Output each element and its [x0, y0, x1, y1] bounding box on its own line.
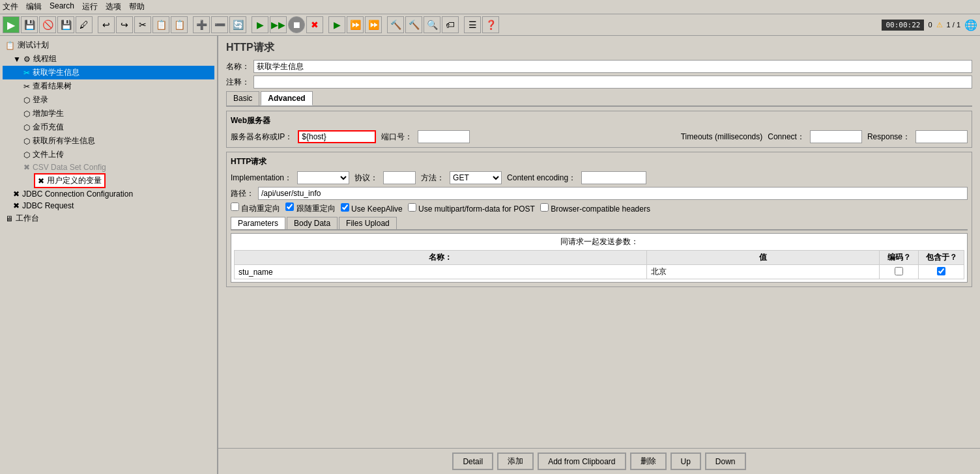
- tree-item-add-student[interactable]: ⬡ 增加学生: [3, 107, 214, 120]
- http-request-section: HTTP请求 Implementation： 协议： 方法： GET POST …: [226, 152, 972, 287]
- tree-icon-user-var: ✖: [38, 176, 44, 186]
- protocol-input[interactable]: [383, 171, 416, 184]
- toolbar-toggle[interactable]: 🔄: [229, 16, 246, 33]
- tree-item-test-plan[interactable]: 📋 测试计划: [3, 38, 214, 52]
- toolbar-list[interactable]: ☰: [464, 16, 481, 33]
- tree-item-thread-group[interactable]: ▼ ⚙ 线程组: [3, 52, 214, 66]
- method-select[interactable]: GET POST PUT DELETE: [450, 171, 502, 184]
- impl-select[interactable]: [297, 171, 349, 184]
- tree-item-view-results[interactable]: ✂ 查看结果树: [3, 79, 214, 93]
- tree-label-test-plan: 测试计划: [18, 40, 49, 51]
- encode-checkbox[interactable]: [895, 267, 903, 275]
- tree-icon-upload: ⬡: [23, 150, 30, 160]
- col-encode: 编码？: [880, 251, 919, 265]
- tree-item-workbench[interactable]: 🖥 工作台: [3, 212, 214, 225]
- btn-add-clipboard[interactable]: Add from Clipboard: [538, 453, 626, 470]
- tree-icon-coin: ⬡: [23, 123, 30, 132]
- cb-multipart[interactable]: Use multipart/form-data for POST: [408, 203, 535, 214]
- btn-delete[interactable]: 删除: [630, 453, 667, 470]
- page-info: 1 / 1: [947, 21, 960, 29]
- cb-follow-redirect[interactable]: 跟随重定向: [285, 202, 335, 214]
- params-area: 同请求一起发送参数： 名称： 值 编码？ 包含于？: [231, 233, 968, 283]
- tree-item-upload[interactable]: ⬡ 文件上传: [3, 148, 214, 161]
- cb-auto-redirect[interactable]: 自动重定向: [231, 202, 280, 214]
- comment-input[interactable]: [253, 76, 972, 89]
- web-server-row: 服务器名称或IP： 端口号： Timeouts (milliseconds) C…: [231, 130, 968, 143]
- timeouts-label: Timeouts (milliseconds): [681, 132, 763, 141]
- toolbar-run[interactable]: ▶: [328, 16, 345, 33]
- cb-keepalive[interactable]: Use KeepAlive: [341, 203, 403, 214]
- menu-options[interactable]: 选项: [106, 1, 121, 12]
- sub-tab-files-upload[interactable]: Files Upload: [339, 217, 397, 229]
- tree-item-all-students[interactable]: ⬡ 获取所有学生信息: [3, 134, 214, 148]
- toolbar-stop[interactable]: ⏹: [288, 16, 305, 33]
- col-name: 名称：: [235, 251, 647, 265]
- cb-browser-compat-input[interactable]: [540, 203, 549, 212]
- method-label: 方法：: [421, 173, 444, 184]
- toolbar-remote1[interactable]: ⏩: [347, 16, 364, 33]
- tree-icon-test-plan: 📋: [5, 41, 15, 50]
- tab-basic[interactable]: Basic: [226, 91, 259, 105]
- tree-label-thread-group: 线程组: [33, 53, 57, 64]
- toolbar-save[interactable]: 💾: [57, 16, 74, 33]
- toolbar-help[interactable]: ❓: [482, 16, 499, 33]
- menu-search[interactable]: Search: [50, 1, 74, 12]
- menu-file[interactable]: 文件: [3, 1, 18, 12]
- menu-run[interactable]: 运行: [82, 1, 98, 12]
- toolbar-stop-all[interactable]: 🚫: [39, 16, 56, 33]
- tree-item-jdbc-req[interactable]: ✖ JDBC Request: [3, 200, 214, 212]
- toolbar-binoculars[interactable]: 🔍: [424, 16, 440, 33]
- tree-label-jdbc-conn: JDBC Connection Configuration: [22, 189, 133, 199]
- toolbar-cut[interactable]: ✂: [134, 16, 151, 33]
- toolbar-collapse[interactable]: ➖: [211, 16, 228, 33]
- sub-tab-body-data[interactable]: Body Data: [287, 217, 338, 229]
- tree-label-jdbc-req: JDBC Request: [22, 201, 74, 210]
- port-input[interactable]: [418, 130, 470, 143]
- sub-tab-parameters[interactable]: Parameters: [231, 217, 285, 229]
- cb-keepalive-input[interactable]: [341, 203, 349, 212]
- server-input[interactable]: [298, 130, 376, 143]
- tree-item-get-student[interactable]: ✂ 获取学生信息: [3, 66, 214, 79]
- toolbar-save-template[interactable]: 💾: [21, 16, 38, 33]
- toolbar-tool2[interactable]: 🔨: [405, 16, 422, 33]
- include-checkbox[interactable]: [937, 267, 945, 275]
- sub-tab-bar: Parameters Body Data Files Upload: [231, 217, 968, 230]
- cb-multipart-input[interactable]: [408, 203, 416, 212]
- encoding-input[interactable]: [581, 171, 646, 184]
- path-label: 路径：: [231, 188, 254, 199]
- toolbar-copy[interactable]: 📋: [152, 16, 169, 33]
- btn-up[interactable]: Up: [670, 453, 701, 470]
- toolbar-tool1[interactable]: 🔨: [387, 16, 404, 33]
- toolbar-expand[interactable]: ➕: [193, 16, 210, 33]
- tree-item-jdbc-conn[interactable]: ✖ JDBC Connection Configuration: [3, 188, 214, 200]
- tree-icon-add-student: ⬡: [23, 109, 30, 118]
- tree-item-coin[interactable]: ⬡ 金币充值: [3, 120, 214, 134]
- name-input[interactable]: [253, 60, 972, 73]
- cb-browser-compat[interactable]: Browser-compatible headers: [540, 203, 650, 214]
- toolbar-start-nopause[interactable]: ▶▶: [270, 16, 287, 33]
- toolbar-new[interactable]: ▶: [3, 16, 20, 33]
- btn-add[interactable]: 添加: [497, 453, 534, 470]
- menu-help[interactable]: 帮助: [129, 1, 145, 12]
- tree-item-user-var[interactable]: ✖ 用户定义的变量: [34, 173, 106, 188]
- tree-item-login[interactable]: ⬡ 登录: [3, 93, 214, 107]
- btn-detail[interactable]: Detail: [452, 453, 493, 470]
- toolbar-shutdown[interactable]: ✖: [306, 16, 323, 33]
- toolbar-undo[interactable]: ↩: [98, 16, 115, 33]
- cb-follow-redirect-input[interactable]: [285, 202, 294, 211]
- menu-edit[interactable]: 编辑: [26, 1, 42, 12]
- toolbar-paste[interactable]: 📋: [171, 16, 188, 33]
- tab-advanced[interactable]: Advanced: [261, 91, 312, 105]
- response-input[interactable]: [915, 130, 968, 143]
- tree-item-csv[interactable]: ✖ CSV Data Set Config: [3, 161, 214, 173]
- toolbar-redo[interactable]: ↪: [116, 16, 133, 33]
- cb-auto-redirect-input[interactable]: [231, 202, 239, 211]
- comment-label: 注释：: [226, 77, 250, 88]
- toolbar-label[interactable]: 🏷: [442, 16, 459, 33]
- connect-input[interactable]: [810, 130, 862, 143]
- toolbar-start[interactable]: ▶: [252, 16, 268, 33]
- path-input[interactable]: [258, 187, 968, 200]
- toolbar-edit[interactable]: 🖊: [76, 16, 93, 33]
- btn-down[interactable]: Down: [705, 453, 746, 470]
- toolbar-remote2[interactable]: ⏩: [365, 16, 382, 33]
